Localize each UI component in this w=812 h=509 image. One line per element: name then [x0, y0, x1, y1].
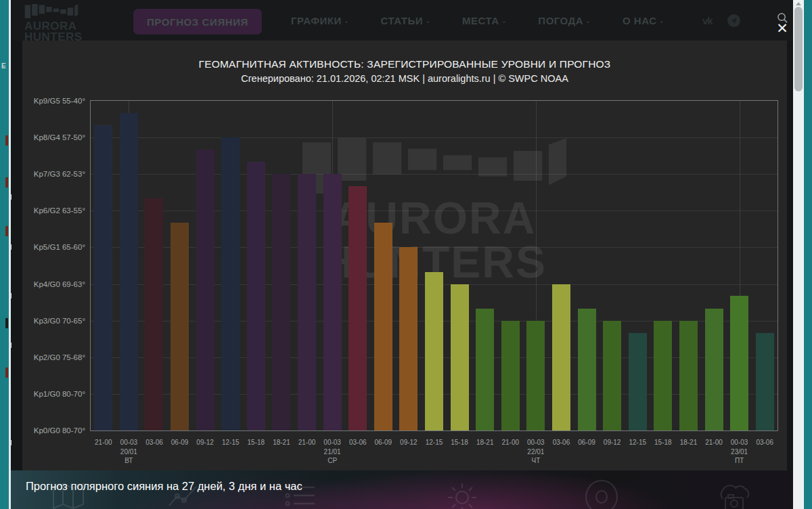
y-axis-tick-label: Kp0/G0 80-70°: [34, 426, 85, 435]
background-window-left-strip: [0, 0, 9, 509]
kp-bar: [196, 150, 215, 430]
sun-icon: [447, 483, 477, 509]
kp-bar: [94, 125, 112, 430]
window-divider-line: [9, 0, 11, 509]
desktop-screenshot: { "window": { "left_strip_color": "#1a7f…: [0, 0, 812, 509]
edge-fragment: [5, 135, 8, 146]
chevron-down-icon: ⌄: [501, 17, 507, 24]
kp-bar: [552, 284, 570, 430]
edge-tick: [10, 194, 12, 200]
nav-item-graphs[interactable]: ГРАФИКИ⌄: [291, 15, 350, 26]
main-nav: ГРАФИКИ⌄ СТАТЬИ⌄ МЕСТА⌄ ПОГОДА⌄ О НАС⌄: [291, 0, 664, 41]
kp-bar: [298, 174, 316, 430]
x-axis-tick-label: 03-06: [746, 438, 784, 447]
map-icon: [53, 483, 84, 509]
kp-bar: [145, 198, 163, 430]
kp-bar: [221, 137, 240, 430]
bars-layer: [91, 101, 777, 430]
chevron-down-icon: ⌄: [585, 17, 591, 24]
site-header: AURORA HUNTERS ПРОГНОЗ СИЯНИЯ ГРАФИКИ⌄ С…: [11, 0, 793, 41]
y-axis-tick-label: Kp4/G0 69-63°: [34, 280, 85, 288]
kp-bar: [654, 321, 672, 430]
y-axis-tick-label: Kp1/G0 80-70°: [34, 390, 85, 398]
kp-bar: [348, 186, 367, 430]
kp-bar: [399, 247, 418, 430]
y-axis-tick-label: Kp2/G0 75-68°: [34, 353, 85, 361]
scrollbar-up-arrow-icon[interactable]: [796, 2, 801, 5]
y-axis-tick-label: Kp6/G2 63-55°: [34, 206, 85, 215]
disc-icon: [585, 480, 618, 509]
bottom-menu-strip: Прогноз полярного сияния на 27 дней, 3 д…: [11, 470, 804, 509]
kp-bar: [323, 174, 342, 430]
kp-bar: [451, 284, 469, 430]
y-axis-tick-label: Kp5/G1 65-60°: [34, 243, 85, 251]
edge-letter: E: [1, 62, 6, 70]
edge-tick: [10, 440, 12, 445]
kp-bar: [705, 309, 723, 430]
kp-bar: [247, 162, 265, 430]
geomagnetic-activity-modal: ГЕОМАГНИТНАЯ АКТИВНОСТЬ: ЗАРЕГИСТРИРОВАН…: [22, 41, 787, 470]
chevron-down-icon: ⌄: [658, 17, 664, 24]
edge-fragment: [5, 226, 8, 236]
kp-bar: [629, 333, 647, 430]
chevron-down-icon: ⌄: [425, 17, 431, 24]
kp-bar: [526, 321, 545, 430]
close-icon[interactable]: ✕: [770, 22, 794, 35]
chart-subtitle: Сгенерировано: 21.01.2026, 02:21 MSK | a…: [22, 73, 787, 84]
edge-fragment: [5, 177, 8, 187]
kp-bar-chart-plot: AURORA HUNTERS Kp9/G5 55-40°Kp8/G4 57-50…: [90, 100, 778, 431]
kp-bar: [730, 296, 748, 430]
vk-icon[interactable]: vk: [702, 15, 713, 26]
nav-item-weather[interactable]: ПОГОДА⌄: [538, 15, 591, 26]
edge-fragment: [5, 318, 8, 328]
nav-item-articles[interactable]: СТАТЬИ⌄: [381, 15, 431, 26]
chart-title: ГЕОМАГНИТНАЯ АКТИВНОСТЬ: ЗАРЕГИСТРИРОВАН…: [22, 58, 787, 70]
kp-bar: [756, 333, 774, 430]
kp-bar: [171, 223, 189, 430]
edge-tick: [10, 342, 12, 348]
scrollbar-thumb[interactable]: [794, 7, 803, 91]
chevron-down-icon: ⌄: [344, 17, 350, 24]
background-window-right-strip: [803, 0, 812, 509]
y-axis-tick-label: Kp9/G5 55-40°: [34, 97, 85, 105]
aurora-forecast-button[interactable]: ПРОГНОЗ СИЯНИЯ: [133, 9, 262, 35]
y-axis-tick-label: Kp3/G0 70-65°: [34, 317, 85, 325]
kp-bar: [578, 309, 596, 430]
kp-bar: [501, 321, 520, 430]
y-axis-tick-label: Kp7/G3 62-53°: [34, 170, 85, 178]
y-axis-tick-label: Kp8/G4 57-50°: [34, 133, 85, 141]
aurora-curtain-logo-icon: [24, 4, 78, 18]
header-social-icons: vk: [702, 0, 740, 41]
list-icon: [285, 483, 316, 509]
kp-bar: [425, 272, 443, 430]
edge-fragment: [5, 368, 8, 378]
browser-scrollbar[interactable]: [793, 0, 804, 509]
kp-bar: [120, 113, 138, 430]
edge-tick: [10, 293, 12, 298]
kp-bar: [476, 309, 494, 430]
kp-bar: [272, 174, 290, 430]
cloud-camera-icon: [715, 483, 752, 509]
kp-bar: [679, 321, 698, 430]
line-chart-icon: [168, 483, 199, 509]
nav-item-places[interactable]: МЕСТА⌄: [462, 15, 507, 26]
telegram-icon[interactable]: [727, 14, 740, 27]
site-logo[interactable]: AURORA HUNTERS: [24, 4, 83, 42]
kp-bar: [374, 223, 392, 430]
edge-tick: [10, 244, 12, 250]
nav-item-about[interactable]: О НАС⌄: [623, 15, 664, 26]
kp-bar: [603, 321, 621, 430]
